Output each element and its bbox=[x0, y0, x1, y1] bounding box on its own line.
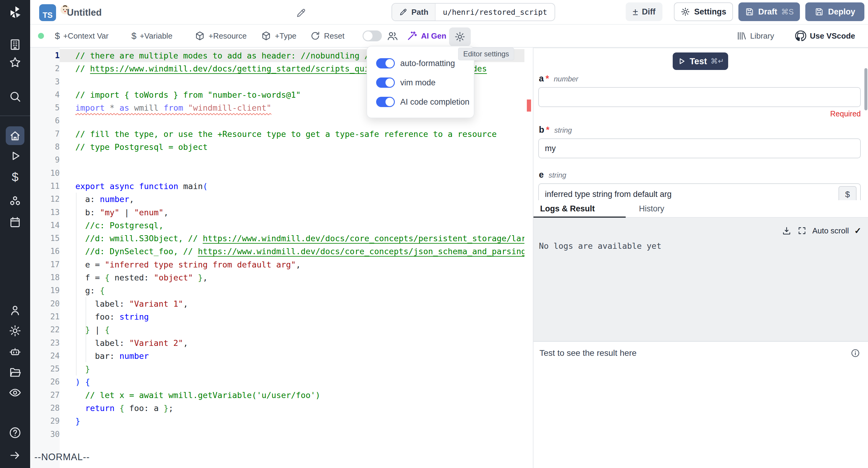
code-line[interactable]: 9 bbox=[30, 153, 524, 167]
code-line[interactable]: 26) { bbox=[30, 375, 524, 388]
multiplayer-toggle[interactable] bbox=[363, 25, 382, 47]
field-input-e[interactable]: inferred type string from default arg $ bbox=[538, 183, 861, 200]
code-line[interactable]: 22 } | { bbox=[30, 323, 524, 336]
tab-logs-result[interactable]: Logs & Result bbox=[540, 200, 595, 217]
users-person-icon[interactable] bbox=[0, 304, 30, 317]
line-number: 1 bbox=[30, 49, 60, 62]
line-number: 18 bbox=[30, 271, 60, 284]
settings-gear-icon[interactable] bbox=[0, 324, 30, 338]
path-value[interactable]: u/henri/restored_script bbox=[435, 8, 554, 17]
line-number: 24 bbox=[30, 350, 60, 362]
toggle-switch[interactable] bbox=[376, 58, 395, 68]
code-line[interactable]: 24 bar: number bbox=[30, 350, 524, 362]
code-line[interactable]: 28 return { foo: a }; bbox=[30, 402, 524, 415]
code-line[interactable]: 19 g: { bbox=[30, 284, 524, 297]
plus-minus-icon: ± bbox=[632, 7, 638, 17]
line-number: 13 bbox=[30, 206, 60, 219]
code-line[interactable]: 30 bbox=[30, 428, 524, 441]
ai-robot-icon[interactable] bbox=[0, 345, 30, 358]
test-button[interactable]: Test ⌘↵ bbox=[673, 53, 728, 70]
expand-logs-icon[interactable] bbox=[797, 226, 807, 235]
code-line[interactable]: 17 e = "inferred type string from defaul… bbox=[30, 258, 524, 271]
code-line[interactable]: 21 foo: string bbox=[30, 310, 524, 323]
search-icon[interactable] bbox=[0, 90, 30, 103]
sync-status-dot bbox=[38, 33, 44, 39]
resize-handle[interactable] bbox=[854, 198, 860, 200]
reset-button[interactable]: Reset bbox=[310, 25, 344, 47]
code-line[interactable]: 29} bbox=[30, 415, 524, 428]
field-label-a: a* number bbox=[539, 74, 868, 84]
result-placeholder: Test to see the result here bbox=[539, 348, 637, 358]
args-form: a* number Required b* string e string in… bbox=[533, 74, 868, 200]
editor-toolbar: $ +Context Var $ +Variable +Resource +Ty… bbox=[30, 25, 868, 48]
add-variable-button[interactable]: $ +Variable bbox=[131, 25, 173, 47]
field-input-a[interactable] bbox=[538, 87, 861, 107]
code-line[interactable]: 12 a: number, bbox=[30, 193, 524, 206]
code-line[interactable]: 25 } bbox=[30, 362, 524, 375]
dollar-icon: $ bbox=[55, 31, 60, 41]
use-vscode-button[interactable]: Use VScode bbox=[795, 25, 855, 47]
runs-play-icon[interactable] bbox=[0, 149, 30, 163]
help-icon[interactable] bbox=[0, 426, 30, 439]
code-line[interactable]: 23 label: "Variant 2", bbox=[30, 337, 524, 350]
toggle-off-switch bbox=[363, 30, 382, 41]
line-number: 15 bbox=[30, 232, 60, 245]
line-number: 21 bbox=[30, 310, 60, 323]
code-line[interactable]: 11export async function main( bbox=[30, 180, 524, 193]
resources-cubes-icon[interactable] bbox=[0, 195, 30, 208]
add-type-button[interactable]: +Type bbox=[261, 25, 297, 47]
library-button[interactable]: Library bbox=[736, 25, 774, 47]
code-line[interactable]: 15 //d: wmill.S3Object, // https://www.w… bbox=[30, 232, 524, 245]
favorites-star-icon[interactable] bbox=[0, 56, 30, 69]
auto-scroll-checkbox[interactable]: ✓ bbox=[855, 226, 861, 236]
vim-status-bar: --NORMAL-- bbox=[34, 452, 90, 463]
audit-eye-icon[interactable] bbox=[0, 386, 30, 399]
folders-icon[interactable] bbox=[0, 365, 30, 379]
add-resource-button[interactable]: +Resource bbox=[194, 25, 247, 47]
settings-button[interactable]: Settings bbox=[674, 2, 733, 21]
code-line[interactable]: 18 f = { nested: "object" }, bbox=[30, 271, 524, 284]
edit-title-pencil-icon[interactable] bbox=[296, 7, 307, 19]
code-line[interactable]: 20 label: "Variant 1", bbox=[30, 297, 524, 310]
code-line[interactable]: 13 b: "my" | "enum", bbox=[30, 206, 524, 219]
windmill-logo-icon[interactable] bbox=[0, 5, 30, 19]
download-logs-icon[interactable] bbox=[781, 226, 792, 236]
code-line[interactable]: 7// fill the type, or use the +Resource … bbox=[30, 127, 524, 141]
variables-dollar-icon[interactable]: $ bbox=[0, 170, 30, 184]
toggle-switch[interactable] bbox=[376, 97, 395, 107]
deploy-button[interactable]: Deploy bbox=[805, 2, 864, 21]
gear-icon bbox=[454, 31, 466, 42]
line-number: 26 bbox=[30, 375, 60, 388]
expand-sidebar-arrow-icon[interactable] bbox=[0, 449, 30, 462]
workspace-icon[interactable] bbox=[0, 38, 30, 51]
toggle-switch[interactable] bbox=[376, 78, 395, 88]
line-number: 7 bbox=[30, 127, 60, 141]
multiplayer-users-icon[interactable] bbox=[386, 25, 398, 47]
path-field[interactable]: Path u/henri/restored_script bbox=[392, 3, 555, 21]
home-icon[interactable] bbox=[6, 126, 24, 145]
typescript-badge: TS bbox=[39, 4, 56, 21]
schedules-calendar-icon[interactable] bbox=[0, 215, 30, 229]
code-line[interactable]: 27 // let x = await wmill.getVariable('u… bbox=[30, 389, 524, 402]
line-number: 10 bbox=[30, 167, 60, 180]
ai-gen-button[interactable]: AI Gen bbox=[406, 25, 446, 47]
line-number: 9 bbox=[30, 153, 60, 167]
line-number: 22 bbox=[30, 323, 60, 336]
editor-settings-gear-button[interactable] bbox=[449, 25, 471, 47]
code-line[interactable]: 8// type Postgresql = object bbox=[30, 141, 524, 153]
line-number: 6 bbox=[30, 114, 60, 127]
code-line[interactable]: 10 bbox=[30, 167, 524, 180]
add-context-var-button[interactable]: $ +Context Var bbox=[55, 25, 108, 47]
code-line[interactable]: 14 //c: Postgresql, bbox=[30, 219, 524, 232]
draft-button[interactable]: Draft ⌘S bbox=[738, 2, 800, 21]
diff-button[interactable]: ± Diff bbox=[626, 2, 662, 21]
code-line[interactable]: 16 //d: DynSelect_foo, // https://www.wi… bbox=[30, 245, 524, 258]
toggle-label: vim mode bbox=[400, 78, 435, 87]
sidebar: $ bbox=[0, 0, 30, 468]
toggle-label: AI code completion bbox=[400, 97, 470, 107]
tab-history[interactable]: History bbox=[639, 200, 664, 217]
info-icon[interactable] bbox=[850, 348, 860, 358]
line-number: 29 bbox=[30, 415, 60, 428]
line-number: 28 bbox=[30, 402, 60, 415]
field-input-b[interactable] bbox=[538, 138, 861, 158]
